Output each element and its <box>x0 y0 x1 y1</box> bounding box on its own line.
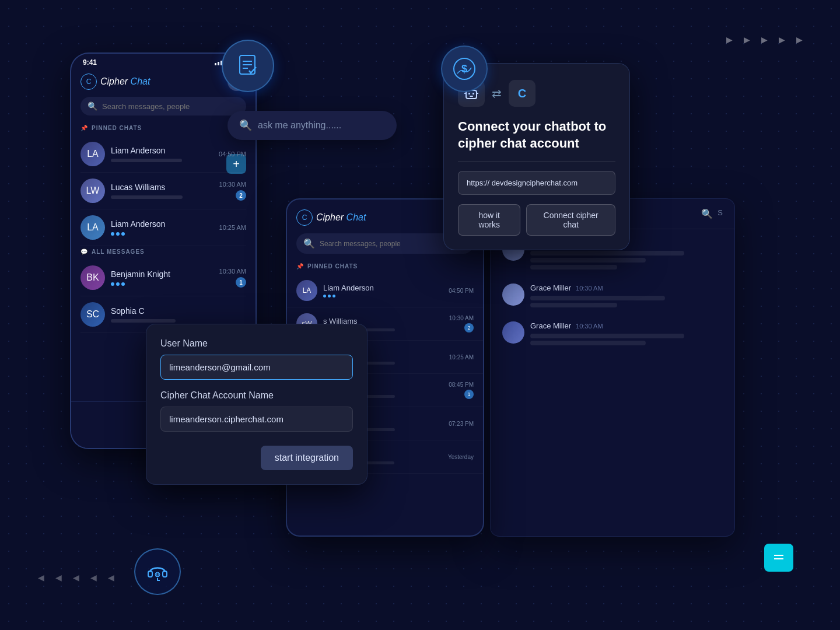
svg-rect-9 <box>470 96 473 97</box>
ai-search-icon: 🔍 <box>239 119 252 132</box>
typing-dot-b3 <box>121 282 125 286</box>
svg-point-19 <box>156 573 157 575</box>
msg-bubble-1b <box>530 258 646 262</box>
connect-url-input[interactable] <box>458 171 615 195</box>
chat-item-liam-2[interactable]: LA Liam Anderson 10:25 AM <box>80 209 246 246</box>
play-btn-5[interactable]: ▶ <box>793 34 805 46</box>
connect-divider <box>458 161 615 162</box>
connect-icon-cipher: C <box>509 80 536 107</box>
tablet-app-name: Cipher Chat <box>316 212 366 223</box>
play-btn-2[interactable]: ▶ <box>741 34 752 46</box>
message-item-2: Grace Miller 10:30 AM <box>502 284 723 310</box>
msg-time-grace-3: 10:30 AM <box>576 323 603 330</box>
tablet-pinned-label: 📌 PINNED CHATS <box>287 261 483 274</box>
back-btn-2[interactable]: ◀ <box>52 572 64 583</box>
tablet-logo-circle: C <box>296 209 313 226</box>
connect-cipher-chat-button[interactable]: Connect cipher chat <box>526 204 615 236</box>
tablet-chat-liam[interactable]: LA Liam Anderson 04:50 PM <box>287 274 483 307</box>
chat-item-lucas[interactable]: LW Lucas Williams 10:30 AM 2 <box>80 173 246 209</box>
cipher-c-icon: C <box>518 87 526 100</box>
search-icon-phone: 🔍 <box>88 102 97 111</box>
all-messages-label: 💬 ALL MESSAGES <box>71 246 256 260</box>
chat-item-liam-1[interactable]: LA Liam Anderson 04:50 PM <box>80 136 246 173</box>
msg-time-grace-2: 10:30 AM <box>576 285 603 292</box>
msg-avatar-grace-2 <box>502 284 524 306</box>
chat-meta-lucas: 10:30 AM 2 <box>219 181 246 201</box>
phone-search-input[interactable] <box>102 102 239 111</box>
chat-meta-benjamin: 10:30 AM 1 <box>219 268 246 288</box>
message-icon: 💬 <box>80 249 88 255</box>
msg-bubble-3a <box>530 334 684 338</box>
connect-card-title: Connect your chatbot to cipher chat acco… <box>458 118 615 152</box>
more-icon-right[interactable]: S <box>718 208 723 219</box>
msg-header-3: Grace Miller 10:30 AM <box>530 321 723 330</box>
document-check-svg <box>235 53 261 79</box>
tablet-meta-miller: 10:25 AM <box>449 354 474 360</box>
chat-info-sophia: Sophia C <box>111 306 240 323</box>
typing-dot-1 <box>111 232 114 236</box>
chat-meta-liam-2: 10:25 AM <box>219 224 246 231</box>
connect-arrow-icon: ⇄ <box>492 86 502 100</box>
tablet-badge-knight: 1 <box>464 390 474 399</box>
cyan-action-button[interactable] <box>764 544 793 572</box>
typing-dot-b2 <box>116 282 120 286</box>
back-buttons-row: ◀ ◀ ◀ ◀ ◀ <box>35 572 117 583</box>
chat-preview-liam-1 <box>111 159 182 162</box>
back-btn-1[interactable]: ◀ <box>35 572 47 583</box>
typing-dot-b1 <box>111 282 114 286</box>
tablet-badge-williams: 2 <box>464 323 474 332</box>
connect-buttons-row: how it works Connect cipher chat <box>458 204 615 236</box>
svg-text:$: $ <box>461 63 467 75</box>
typing-dot-2 <box>116 232 120 236</box>
msg-bubble-2b <box>530 303 617 307</box>
msg-content-3: Grace Miller 10:30 AM <box>530 321 723 348</box>
msg-name-grace-3: Grace Miller <box>530 321 571 330</box>
right-panel-actions: 🔍 S <box>701 208 723 219</box>
avatar-liam-1: LA <box>80 142 105 166</box>
start-integration-button[interactable]: start integration <box>261 446 353 470</box>
msg-name-grace-2: Grace Miller <box>530 284 571 292</box>
msg-bubble-1c <box>530 265 617 270</box>
chat-preview-lucas <box>111 195 183 199</box>
message-item-3: Grace Miller 10:30 AM <box>502 321 723 348</box>
money-svg: $ <box>453 57 476 80</box>
headset-circle <box>134 548 181 595</box>
chat-item-benjamin[interactable]: BK Benjamin Knight 10:30 AM 1 <box>80 260 246 296</box>
chat-name-benjamin: Benjamin Knight <box>111 270 214 279</box>
tablet-meta-knight: 08:45 PM 1 <box>449 382 474 399</box>
ai-search-text: ask me anything...... <box>258 120 341 131</box>
floating-document-icon <box>222 40 274 92</box>
money-circle-icon: $ <box>441 46 488 92</box>
username-input[interactable] <box>160 355 353 380</box>
chat-meta-liam-1: 04:50 PM <box>219 150 246 158</box>
tablet-dots-liam <box>323 295 443 298</box>
msg-bubble-3b <box>530 341 646 345</box>
play-btn-3[interactable]: ▶ <box>758 34 770 46</box>
ai-search-bar[interactable]: 🔍 ask me anything...... <box>228 111 397 140</box>
user-profile-card: User Name Cipher Chat Account Name limea… <box>146 324 368 485</box>
account-name-display: limeanderson.cipherchat.com <box>160 407 353 432</box>
signal-bar-2 <box>218 62 219 65</box>
tablet-meta-liam: 04:50 PM <box>449 288 474 294</box>
app-name: Cipher Chat <box>100 76 150 87</box>
back-btn-4[interactable]: ◀ <box>88 572 99 583</box>
svg-point-20 <box>158 573 159 575</box>
signal-bar-1 <box>215 63 216 65</box>
play-btn-1[interactable]: ▶ <box>723 34 735 46</box>
how-it-works-button[interactable]: how it works <box>458 204 520 236</box>
pin-icon: 📌 <box>80 125 88 131</box>
search-icon-right[interactable]: 🔍 <box>701 208 713 219</box>
headset-icon <box>134 548 181 595</box>
chat-name-sophia: Sophia C <box>111 306 240 316</box>
typing-dots <box>111 232 214 236</box>
back-btn-3[interactable]: ◀ <box>70 572 82 583</box>
chat-info-liam-2: Liam Anderson <box>111 219 214 236</box>
phone-search-bar[interactable]: 🔍 <box>80 97 246 116</box>
play-btn-4[interactable]: ▶ <box>776 34 788 46</box>
tablet-meta-olivia: Yesterday <box>448 454 474 460</box>
msg-header-2: Grace Miller 10:30 AM <box>530 284 723 292</box>
badge-lucas: 2 <box>236 190 246 201</box>
back-btn-5[interactable]: ◀ <box>105 572 117 583</box>
tablet-avatar-liam: LA <box>296 280 317 301</box>
tablet-dot-1 <box>323 295 326 298</box>
